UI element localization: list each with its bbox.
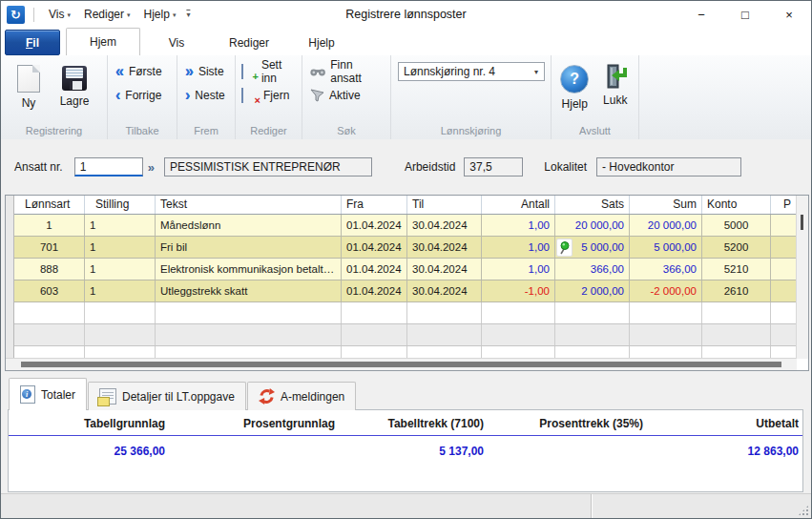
tab-vis[interactable]: Vis (140, 30, 213, 55)
tab-totaler[interactable]: i Totaler (9, 378, 87, 410)
totals-col-prosenttrekk: Prosenttrekk (35%) (484, 417, 643, 430)
menu-rediger[interactable]: Rediger▾ (77, 2, 137, 27)
ansatt-nr-input[interactable]: 1 (74, 157, 143, 176)
tab-rediger[interactable]: Rediger (213, 30, 285, 55)
totals-prosenttrekk-value (484, 445, 643, 458)
ansatt-nr-label: Ansatt nr. (14, 160, 63, 174)
totals-col-tabellgrunnlag: Tabellgrunnlag (12, 417, 165, 430)
employee-form: Ansatt nr. 1 » PESSIMISTISK ENTREPRENØR … (1, 139, 811, 195)
help-question-icon: ? (560, 65, 589, 93)
arbeidstid-field: 37,5 (464, 157, 523, 176)
file-tab[interactable]: Fil (5, 30, 60, 55)
totals-col-prosentgrunnlag: Prosentgrunnlag (165, 417, 335, 430)
finn-ansatt-button[interactable]: Finn ansatt (310, 63, 385, 80)
sync-arrows-icon (259, 388, 275, 405)
col-antall[interactable]: Antall (482, 196, 555, 214)
chevron-down-icon: ▾ (173, 11, 177, 18)
status-cell (592, 494, 811, 518)
neste-button[interactable]: › Neste (185, 87, 229, 104)
scrollbar-thumb[interactable] (801, 215, 803, 230)
fjern-button[interactable]: × Fjern (241, 87, 296, 104)
siste-button[interactable]: » Siste (185, 63, 229, 80)
info-document-icon: i (20, 385, 35, 404)
group-frem: » Siste › Neste Frem (177, 55, 236, 139)
close-button[interactable]: × (767, 1, 811, 28)
col-til[interactable]: Til (407, 196, 482, 214)
lokalitet-label: Lokalitet (544, 160, 587, 174)
menu-vis[interactable]: Vis▾ (42, 2, 77, 27)
grid-header: Lønnsart Stilling Tekst Fra Til Antall S… (14, 196, 797, 215)
title-bar: ↻ Vis▾ Rediger▾ Hjelp▾ ▾ Registrere lønn… (1, 1, 811, 28)
customize-toolbar-icon[interactable]: ▾ (186, 10, 190, 19)
group-label: Søk (302, 125, 390, 136)
lagre-button[interactable]: Lagre (52, 59, 96, 118)
filter-funnel-icon (310, 89, 324, 102)
table-row[interactable]: 888 1 Elektronisk kommunikasjon betalt a… (14, 259, 797, 280)
app-icon[interactable]: ↻ (7, 6, 25, 24)
expand-lookup-icon[interactable]: » (148, 160, 155, 175)
tab-hjelp[interactable]: Hjelp (285, 30, 358, 55)
next-record-icon: › (185, 89, 190, 102)
tab-detaljer-lt-oppgave[interactable]: Detaljer til LT.oppgave (88, 382, 246, 410)
group-registrering: Ny Lagre Registrering (1, 55, 108, 139)
group-label: Avslutt (552, 125, 638, 136)
aktive-button[interactable]: Aktive (310, 87, 385, 104)
delete-row-icon: × (241, 89, 259, 103)
app-window: ↻ Vis▾ Rediger▾ Hjelp▾ ▾ Registrere lønn… (0, 0, 812, 519)
col-konto[interactable]: Konto (702, 196, 771, 214)
insert-row-icon: + (241, 65, 257, 79)
col-tekst[interactable]: Tekst (156, 196, 342, 214)
tab-hjem[interactable]: Hjem (66, 28, 140, 56)
group-label: Rediger (236, 125, 302, 136)
col-fra[interactable]: Fra (342, 196, 407, 214)
menu-hjelp[interactable]: Hjelp▾ (137, 2, 183, 27)
table-row[interactable]: 701 1 Fri bil 01.04.2024 30.04.2024 1,00… (14, 237, 797, 259)
col-stilling[interactable]: Stilling (85, 196, 156, 214)
ny-button[interactable]: Ny (7, 59, 51, 118)
col-sats[interactable]: Sats (555, 196, 630, 214)
table-row[interactable]: 603 1 Utleggstrekk skatt 01.04.2024 30.0… (14, 280, 797, 302)
maximize-button[interactable]: □ (723, 1, 767, 28)
sett-inn-button[interactable]: + Sett inn (241, 63, 296, 80)
tab-a-meldingen[interactable]: A-meldingen (247, 382, 356, 410)
empty-row[interactable] (14, 302, 797, 324)
group-label: Frem (177, 125, 235, 136)
divider (33, 8, 34, 22)
totals-values-row: 25 366,00 5 137,00 12 863,00 (9, 436, 802, 458)
totals-col-utbetalt: Utbetalt (643, 417, 799, 430)
col-sum[interactable]: Sum (630, 196, 702, 214)
rate-pin-icon[interactable] (556, 239, 573, 257)
scrollbar-thumb[interactable] (21, 362, 781, 367)
ribbon-tab-row: Fil Hjem Vis Rediger Hjelp (1, 28, 811, 56)
totals-utbetalt-value: 12 863,00 (643, 445, 799, 458)
lonnskjoring-select[interactable]: Lønnskjøring nr. 4 ▾ (398, 62, 545, 81)
col-p[interactable]: P (771, 196, 797, 214)
status-bar (1, 493, 811, 518)
employee-name-field: PESSIMISTISK ENTREPRENØR (164, 157, 372, 176)
lukk-button[interactable]: Lukk (596, 59, 635, 118)
vertical-scrollbar[interactable] (796, 196, 808, 359)
group-lonnskjoring: Lønnskjøring nr. 4 ▾ Lønnskjøring (391, 55, 552, 139)
minimize-button[interactable]: − (679, 1, 723, 28)
row-selector-gutter[interactable] (6, 196, 14, 359)
totals-tabellgrunnlag-value: 25 366,00 (12, 445, 165, 458)
horizontal-scrollbar[interactable] (6, 358, 797, 370)
previous-record-icon: ‹ (115, 89, 120, 102)
note-document-icon (99, 388, 116, 405)
col-lonnsart[interactable]: Lønnsart (14, 196, 85, 214)
resize-grip[interactable] (798, 505, 809, 516)
detail-tabs: i Totaler Detaljer til LT.oppgave A-meld… (9, 379, 356, 410)
empty-row[interactable] (14, 324, 797, 346)
table-row[interactable]: 1 1 Månedslønn 01.04.2024 30.04.2024 1,0… (14, 215, 797, 237)
chevron-down-icon: ▾ (67, 11, 71, 18)
forste-button[interactable]: « Første (115, 63, 171, 80)
payroll-grid: Lønnsart Stilling Tekst Fra Til Antall S… (5, 195, 809, 371)
chevron-down-icon: ▾ (127, 11, 131, 18)
status-cell (1, 494, 592, 518)
ribbon-spacer (639, 55, 811, 139)
last-record-icon: » (185, 65, 194, 78)
forrige-button[interactable]: ‹ Forrige (115, 87, 171, 104)
group-sok: Finn ansatt Aktive Søk (302, 55, 391, 139)
hjelp-button[interactable]: ? Hjelp (555, 59, 594, 118)
chevron-down-icon: ▾ (529, 63, 544, 80)
